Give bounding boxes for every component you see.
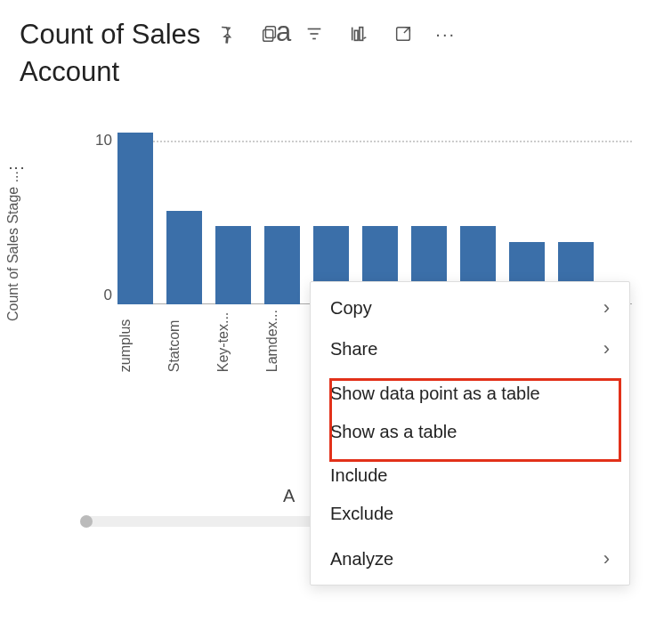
menu-item-label: Exclude — [330, 504, 393, 524]
bar[interactable] — [166, 211, 202, 304]
x-axis-title-fragment: A — [283, 486, 295, 506]
bar[interactable] — [117, 133, 153, 304]
plot-area: 10 0 — [80, 117, 632, 304]
menu-item-label: Include — [330, 465, 388, 486]
x-tick-label: zumplus — [117, 310, 153, 372]
copy-visual-icon[interactable] — [257, 21, 282, 46]
chevron-right-icon: › — [603, 337, 610, 360]
menu-item-share[interactable]: Share› — [311, 328, 629, 369]
visual-title: Count of Sales Account — [20, 16, 200, 91]
menu-item-label: Show as a table — [330, 422, 457, 442]
menu-item-show-as-a-table[interactable]: Show as a table — [311, 413, 629, 451]
x-tick-label: Statcom — [166, 310, 202, 372]
title-line-1: Count of Sales — [20, 19, 200, 50]
menu-item-label: Share — [330, 339, 377, 359]
svg-rect-7 — [360, 28, 363, 41]
filter-icon[interactable] — [302, 21, 327, 46]
title-line-2: Account — [20, 56, 119, 87]
bar[interactable] — [215, 226, 251, 304]
svg-rect-0 — [266, 27, 276, 38]
menu-item-label: Copy — [330, 298, 372, 319]
x-tick-label: Key-tex... — [215, 310, 251, 372]
chevron-right-icon: › — [603, 547, 610, 570]
y-tick-10: 10 — [80, 132, 112, 149]
more-options-icon[interactable]: ··· — [435, 24, 456, 44]
pin-icon[interactable] — [213, 21, 238, 46]
menu-item-exclude[interactable]: Exclude — [311, 495, 629, 533]
y-tick-0: 0 — [80, 287, 112, 304]
bar[interactable] — [264, 226, 300, 304]
chevron-right-icon: › — [603, 296, 610, 319]
menu-item-include[interactable]: Include — [311, 456, 629, 495]
x-tick-label: Lamdex... — [264, 310, 300, 372]
y-axis-label: Count of Sales Stage ... — [5, 171, 21, 321]
spotlight-icon[interactable] — [346, 21, 371, 46]
menu-item-label: Show data point as a table — [330, 384, 540, 404]
menu-item-copy[interactable]: Copy› — [311, 287, 629, 328]
visual-toolbar: ··· — [213, 21, 456, 46]
menu-item-show-data-point-as-a-table[interactable]: Show data point as a table — [311, 375, 629, 413]
svg-rect-1 — [263, 29, 273, 41]
context-menu: Copy›Share›Show data point as a tableSho… — [310, 281, 630, 586]
menu-item-label: Analyze — [330, 549, 393, 569]
scrollbar-thumb[interactable] — [80, 515, 93, 528]
svg-rect-6 — [355, 30, 359, 40]
menu-item-analyze[interactable]: Analyze› — [311, 538, 629, 579]
focus-mode-icon[interactable] — [391, 21, 416, 46]
bars-container — [117, 117, 594, 304]
